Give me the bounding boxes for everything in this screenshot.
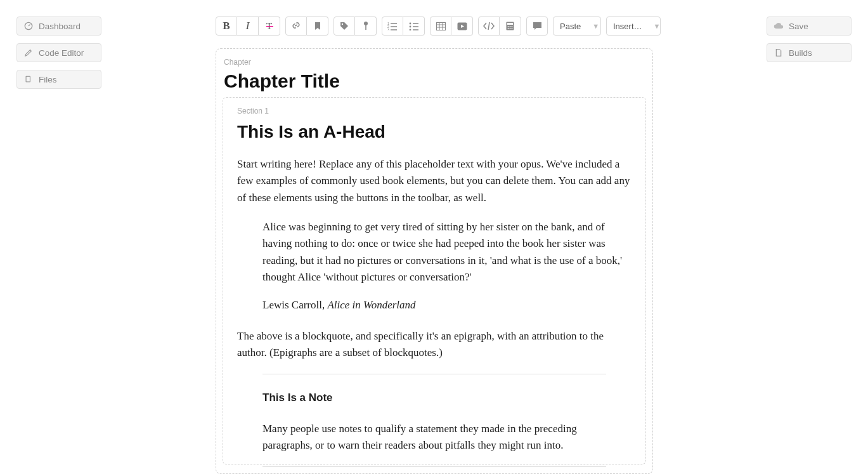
chapter-block[interactable]: Chapter Chapter Title Section 1 This Is … [216, 48, 653, 474]
pencil-icon [23, 48, 34, 58]
quote-text[interactable]: Alice was beginning to get very tired of… [262, 219, 625, 286]
chapter-label: Chapter [224, 58, 645, 67]
toolbar: B I T 123 [216, 16, 661, 36]
save-button[interactable]: Save [767, 16, 852, 36]
table-button[interactable] [430, 16, 451, 36]
files-label: Files [39, 75, 57, 84]
note-block[interactable]: This Is a Note Many people use notes to … [262, 374, 606, 467]
pin-button[interactable] [355, 16, 377, 36]
svg-point-16 [409, 29, 411, 30]
attribution-title: Alice in Wonderland [327, 299, 415, 311]
code-editor-label: Code Editor [39, 48, 84, 58]
attribution[interactable]: Lewis Carroll, Alice in Wonderland [262, 297, 625, 313]
attribution-author: Lewis Carroll, [262, 299, 327, 311]
svg-line-1 [29, 24, 30, 26]
insert-dropdown[interactable]: Insert… ▼ [606, 16, 661, 36]
cloud-icon [774, 21, 784, 31]
builds-label: Builds [789, 48, 812, 58]
note-title[interactable]: This Is a Note [262, 390, 606, 406]
right-sidebar: Save Builds [767, 16, 852, 70]
paragraph[interactable]: Start writing here! Replace any of this … [237, 156, 632, 206]
chapter-title[interactable]: Chapter Title [224, 70, 645, 92]
media-group [430, 16, 473, 36]
left-sidebar: Dashboard Code Editor Files [16, 16, 101, 96]
pin-icon [363, 21, 369, 31]
body-text[interactable]: Start writing here! Replace any of this … [237, 156, 632, 467]
ordered-list-button[interactable]: 123 [382, 16, 403, 36]
editor-area[interactable]: Chapter Chapter Title Section 1 This Is … [216, 48, 653, 474]
unordered-list-icon [409, 22, 419, 30]
svg-rect-3 [27, 77, 30, 82]
list-group: 123 [382, 16, 425, 36]
code-button[interactable] [478, 16, 500, 36]
video-button[interactable] [451, 16, 473, 36]
bold-button[interactable]: B [216, 16, 237, 36]
svg-point-33 [512, 28, 513, 29]
blockquote[interactable]: Alice was beginning to get very tired of… [237, 219, 632, 314]
video-icon [457, 22, 467, 30]
paste-dropdown[interactable]: Paste ▼ [553, 16, 601, 36]
calculator-icon [506, 22, 514, 30]
comment-group [526, 16, 548, 36]
page-icon [774, 48, 784, 58]
clear-format-icon: T [266, 21, 272, 32]
caret-down-icon: ▼ [654, 22, 661, 30]
code-editor-button[interactable]: Code Editor [16, 43, 101, 62]
note-body[interactable]: Many people use notes to qualify a state… [262, 421, 606, 454]
comment-icon [533, 22, 542, 30]
tag-button[interactable] [334, 16, 355, 36]
svg-point-15 [409, 26, 411, 28]
link-icon [291, 22, 301, 30]
dashboard-button[interactable]: Dashboard [16, 16, 101, 36]
code-icon [483, 22, 495, 30]
clear-format-button[interactable]: T [259, 16, 280, 36]
svg-point-31 [508, 28, 509, 29]
svg-point-28 [508, 26, 509, 27]
math-button[interactable] [500, 16, 521, 36]
text-format-group: B I T [216, 16, 280, 36]
paste-label: Paste [560, 22, 581, 31]
gauge-icon [23, 21, 34, 31]
bookmark-icon [314, 22, 321, 30]
insert-ref-group [285, 16, 328, 36]
svg-point-29 [510, 26, 511, 27]
bold-icon: B [223, 20, 230, 32]
caret-down-icon: ▼ [592, 22, 599, 30]
section-block[interactable]: Section 1 This Is an A-Head Start writin… [223, 97, 646, 464]
svg-rect-7 [365, 25, 366, 30]
svg-text:3: 3 [387, 28, 389, 30]
paragraph[interactable]: The above is a blockquote, and specifica… [237, 328, 632, 362]
svg-point-30 [512, 26, 513, 27]
svg-point-14 [409, 23, 411, 25]
svg-rect-20 [436, 22, 445, 30]
tag-group [334, 16, 377, 36]
insert-label: Insert… [613, 22, 642, 31]
table-icon [436, 22, 446, 30]
dashboard-label: Dashboard [39, 22, 81, 31]
unordered-list-button[interactable] [403, 16, 425, 36]
builds-button[interactable]: Builds [767, 43, 852, 62]
svg-rect-4 [777, 49, 781, 55]
svg-point-32 [510, 28, 511, 29]
italic-icon: I [246, 20, 250, 32]
document-icon [23, 74, 34, 84]
ahead-heading[interactable]: This Is an A-Head [237, 122, 632, 142]
tag-icon [340, 22, 349, 30]
link-button[interactable] [285, 16, 307, 36]
section-label: Section 1 [237, 107, 632, 115]
files-button[interactable]: Files [16, 70, 101, 89]
svg-rect-27 [507, 23, 513, 25]
comment-button[interactable] [526, 16, 548, 36]
svg-point-5 [342, 23, 343, 25]
italic-button[interactable]: I [237, 16, 259, 36]
ordered-list-icon: 123 [387, 22, 398, 30]
save-label: Save [789, 22, 808, 31]
code-math-group [478, 16, 521, 36]
bookmark-button[interactable] [307, 16, 328, 36]
